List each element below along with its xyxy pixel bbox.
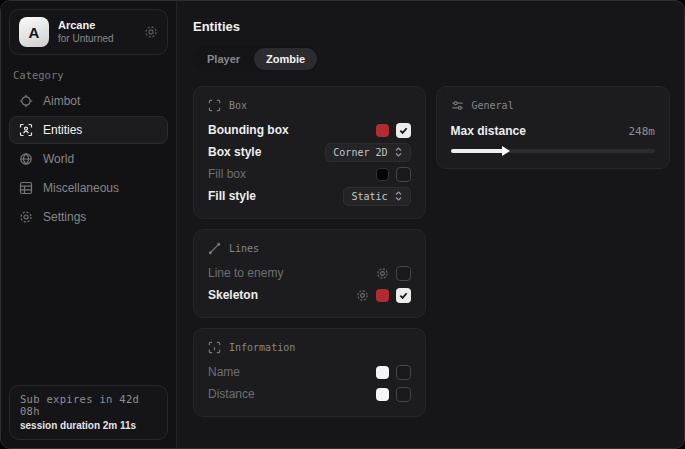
setting-row-name: Name bbox=[208, 361, 411, 383]
checkbox-unchecked[interactable] bbox=[396, 365, 411, 380]
checkbox-unchecked[interactable] bbox=[396, 167, 411, 182]
setting-label: Skeleton bbox=[208, 288, 356, 302]
checkbox-checked[interactable] bbox=[396, 123, 411, 138]
setting-label: Box style bbox=[208, 145, 325, 159]
dropdown-value: Static bbox=[351, 191, 387, 202]
box-card-title: Box bbox=[229, 100, 247, 111]
setting-label: Bounding box bbox=[208, 123, 376, 137]
tab-player[interactable]: Player bbox=[195, 48, 252, 70]
sub-expiry-text: Sub expires in 42d 08h bbox=[20, 393, 157, 417]
setting-label: Distance bbox=[208, 387, 376, 401]
slider-value: 248m bbox=[629, 125, 656, 138]
chevron-up-down-icon bbox=[394, 191, 403, 201]
max-distance-row: Max distance 248m bbox=[451, 121, 655, 141]
right-column: General Max distance 248m bbox=[436, 86, 670, 169]
checkbox-checked[interactable] bbox=[396, 288, 411, 303]
brand-name: Arcane bbox=[58, 19, 135, 33]
slider-thumb[interactable] bbox=[502, 146, 510, 156]
setting-row-line-to-enemy: Line to enemy bbox=[208, 262, 411, 284]
sidebar-item-label: Miscellaneous bbox=[43, 181, 119, 195]
category-label: Category bbox=[13, 69, 164, 81]
sidebar-item-label: Aimbot bbox=[43, 94, 80, 108]
sidebar-item-world[interactable]: World bbox=[9, 145, 168, 173]
check-icon bbox=[399, 291, 408, 300]
sidebar-item-label: Settings bbox=[43, 210, 86, 224]
chevron-up-down-icon bbox=[394, 147, 403, 157]
sidebar-item-label: World bbox=[43, 152, 74, 166]
diagonal-line-icon bbox=[208, 242, 221, 255]
general-card-title: General bbox=[472, 100, 514, 111]
session-duration-text: session duration 2m 11s bbox=[20, 420, 157, 431]
content-columns: Box Bounding box bbox=[193, 86, 670, 417]
fill-style-dropdown[interactable]: Static bbox=[343, 187, 410, 206]
color-swatch[interactable] bbox=[376, 366, 389, 379]
page-title: Entities bbox=[193, 19, 670, 34]
row-settings-gear-icon[interactable] bbox=[356, 289, 369, 302]
box-card: Box Bounding box bbox=[193, 86, 426, 219]
setting-row-skeleton: Skeleton bbox=[208, 284, 411, 306]
info-scan-icon bbox=[208, 341, 221, 354]
lines-card: Lines Line to enemy bbox=[193, 229, 426, 318]
sidebar-nav: Aimbot Entities bbox=[9, 87, 168, 231]
main-panel: Entities Player Zombie Box Bounding box bbox=[177, 1, 684, 448]
setting-label: Fill box bbox=[208, 167, 376, 181]
information-card-title: Information bbox=[229, 342, 295, 353]
dropdown-value: Corner 2D bbox=[333, 147, 387, 158]
brand-text: Arcane for Unturned bbox=[58, 19, 135, 45]
setting-label: Name bbox=[208, 365, 376, 379]
color-swatch[interactable] bbox=[376, 124, 389, 137]
checkbox-unchecked[interactable] bbox=[396, 387, 411, 402]
scan-entity-icon bbox=[19, 123, 33, 137]
row-settings-gear-icon[interactable] bbox=[376, 267, 389, 280]
app-window: A Arcane for Unturned Category bbox=[0, 0, 685, 449]
slider-fill bbox=[451, 149, 504, 153]
setting-row-bounding-box: Bounding box bbox=[208, 119, 411, 141]
setting-row-distance: Distance bbox=[208, 383, 411, 405]
sidebar: A Arcane for Unturned Category bbox=[1, 1, 177, 448]
information-card-header: Information bbox=[208, 338, 411, 361]
checkbox-unchecked[interactable] bbox=[396, 266, 411, 281]
max-distance-slider[interactable] bbox=[451, 149, 655, 153]
brand-subtitle: for Unturned bbox=[58, 33, 135, 46]
general-card: General Max distance 248m bbox=[436, 86, 670, 169]
setting-label: Line to enemy bbox=[208, 266, 376, 280]
gear-icon[interactable] bbox=[144, 25, 158, 39]
grid-icon bbox=[19, 181, 33, 195]
setting-label: Fill style bbox=[208, 189, 343, 203]
crosshair-icon bbox=[19, 94, 33, 108]
information-card: Information Name Distance bbox=[193, 328, 426, 417]
scan-corners-icon bbox=[208, 99, 221, 112]
sidebar-item-label: Entities bbox=[43, 123, 82, 137]
globe-icon bbox=[19, 152, 33, 166]
sidebar-item-miscellaneous[interactable]: Miscellaneous bbox=[9, 174, 168, 202]
gear-icon bbox=[19, 210, 33, 224]
lines-card-header: Lines bbox=[208, 239, 411, 262]
color-swatch[interactable] bbox=[376, 388, 389, 401]
sidebar-item-settings[interactable]: Settings bbox=[9, 203, 168, 231]
lines-card-title: Lines bbox=[229, 243, 259, 254]
setting-row-box-style: Box style Corner 2D bbox=[208, 141, 411, 163]
box-card-header: Box bbox=[208, 96, 411, 119]
sidebar-item-aimbot[interactable]: Aimbot bbox=[9, 87, 168, 115]
color-swatch[interactable] bbox=[376, 168, 389, 181]
tab-zombie[interactable]: Zombie bbox=[254, 48, 317, 70]
general-card-header: General bbox=[451, 96, 655, 119]
setting-row-fill-style: Fill style Static bbox=[208, 185, 411, 207]
sidebar-item-entities[interactable]: Entities bbox=[9, 116, 168, 144]
box-style-dropdown[interactable]: Corner 2D bbox=[325, 143, 410, 162]
sliders-icon bbox=[451, 99, 464, 112]
brand-card: A Arcane for Unturned bbox=[9, 9, 168, 55]
color-swatch[interactable] bbox=[376, 289, 389, 302]
entity-tabs: Player Zombie bbox=[193, 46, 319, 72]
slider-label: Max distance bbox=[451, 124, 629, 138]
left-column: Box Bounding box bbox=[193, 86, 426, 417]
subscription-info-card: Sub expires in 42d 08h session duration … bbox=[9, 385, 168, 440]
setting-row-fill-box: Fill box bbox=[208, 163, 411, 185]
app-logo: A bbox=[19, 17, 49, 47]
check-icon bbox=[399, 126, 408, 135]
